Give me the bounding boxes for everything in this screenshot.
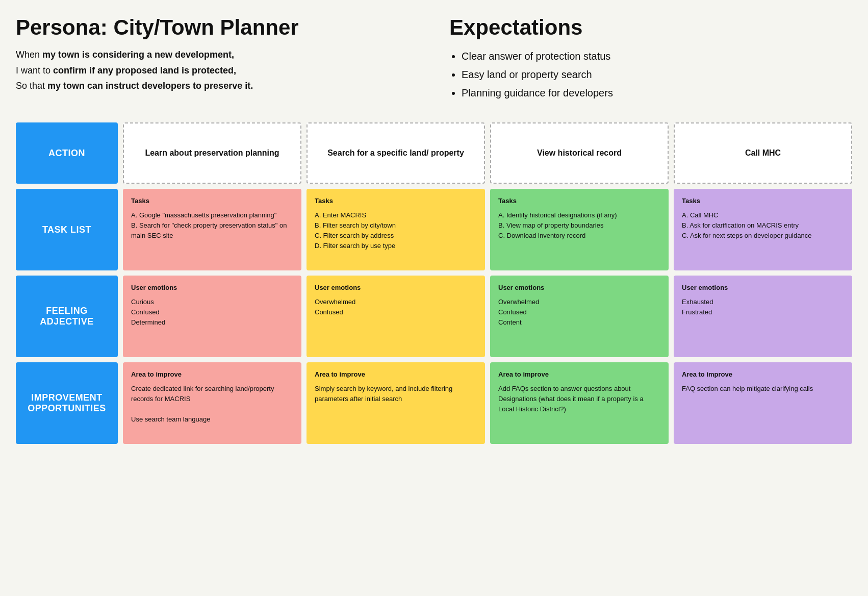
- expectation-2: Easy land or property search: [462, 65, 852, 84]
- improvement-card-2: Area to improve Simply search by keyword…: [307, 362, 485, 444]
- persona-title: Persona: City/Town Planner: [16, 15, 419, 40]
- subtitle-line2-bold: confirm if any proposed land is protecte…: [53, 65, 236, 76]
- main-grid: ACTION Learn about preservation planning…: [16, 122, 852, 444]
- action-label: ACTION: [16, 122, 118, 184]
- improvement-content-1: Create dedicated link for searching land…: [131, 384, 293, 425]
- improvement-label-4: Area to improve: [682, 369, 844, 380]
- expectation-1: Clear answer of protection status: [462, 47, 852, 65]
- emotion-content-4: Exhausted Frustrated: [682, 297, 844, 317]
- emotion-content-1: Curious Confused Determined: [131, 297, 293, 328]
- task-label-1: Tasks: [131, 196, 293, 206]
- emotion-card-3: User emotions Overwhelmed Confused Conte…: [490, 276, 669, 357]
- action-cell-1: Learn about preservation planning: [123, 122, 301, 184]
- emotion-content-3: Overwhelmed Confused Content: [498, 297, 660, 328]
- emotion-card-1: User emotions Curious Confused Determine…: [123, 276, 301, 357]
- task-card-4: Tasks A. Call MHC B. Ask for clarificati…: [674, 189, 852, 270]
- task-content-2: A. Enter MACRIS B. Filter search by city…: [315, 210, 477, 252]
- subtitle-line1-bold: my town is considering a new development…: [42, 49, 234, 60]
- task-label-4: Tasks: [682, 196, 844, 206]
- emotion-label-4: User emotions: [682, 283, 844, 293]
- persona-subtitle: When my town is considering a new develo…: [16, 47, 419, 94]
- improvement-content-3: Add FAQs section to answer questions abo…: [498, 384, 660, 414]
- action-cell-4: Call MHC: [674, 122, 852, 184]
- emotion-card-2: User emotions Overwhelmed Confused: [307, 276, 485, 357]
- action-cell-2: Search for a specific land/ property: [307, 122, 485, 184]
- header-left: Persona: City/Town Planner When my town …: [16, 15, 419, 102]
- subtitle-line3: So that my town can instruct developers …: [16, 78, 419, 94]
- expectations-title: Expectations: [449, 15, 852, 40]
- subtitle-line2: I want to confirm if any proposed land i…: [16, 63, 419, 79]
- emotion-content-2: Overwhelmed Confused: [315, 297, 477, 317]
- emotion-label-3: User emotions: [498, 283, 660, 293]
- improvement-label: IMPROVEMENT OPPORTUNITIES: [16, 362, 118, 444]
- task-card-1: Tasks A. Google "massachusetts preservat…: [123, 189, 301, 270]
- task-card-3: Tasks A. Identify historical designation…: [490, 189, 669, 270]
- improvement-card-4: Area to improve FAQ section can help mit…: [674, 362, 852, 444]
- improvement-card-1: Area to improve Create dedicated link fo…: [123, 362, 301, 444]
- expectation-3: Planning guidance for developers: [462, 84, 852, 102]
- improvement-content-2: Simply search by keyword, and include fi…: [315, 384, 477, 404]
- subtitle-line1: When my town is considering a new develo…: [16, 47, 419, 63]
- action-cell-3: View historical record: [490, 122, 669, 184]
- improvement-label-3: Area to improve: [498, 369, 660, 380]
- task-label: TASK LIST: [16, 189, 118, 270]
- task-content-3: A. Identify historical designations (if …: [498, 210, 660, 241]
- improvement-card-3: Area to improve Add FAQs section to answ…: [490, 362, 669, 444]
- task-content-1: A. Google "massachusetts preservation pl…: [131, 210, 293, 241]
- subtitle-line3-bold: my town can instruct developers to prese…: [47, 81, 253, 91]
- task-card-2: Tasks A. Enter MACRIS B. Filter search b…: [307, 189, 485, 270]
- feeling-label: FEELING ADJECTIVE: [16, 276, 118, 357]
- emotion-card-4: User emotions Exhausted Frustrated: [674, 276, 852, 357]
- improvement-content-4: FAQ section can help mitigate clarifying…: [682, 384, 844, 394]
- expectations-list: Clear answer of protection status Easy l…: [449, 47, 852, 102]
- task-label-2: Tasks: [315, 196, 477, 206]
- task-content-4: A. Call MHC B. Ask for clarification on …: [682, 210, 844, 241]
- emotion-label-2: User emotions: [315, 283, 477, 293]
- header-right: Expectations Clear answer of protection …: [419, 15, 852, 102]
- page: Persona: City/Town Planner When my town …: [16, 15, 852, 444]
- emotion-label-1: User emotions: [131, 283, 293, 293]
- header: Persona: City/Town Planner When my town …: [16, 15, 852, 102]
- improvement-label-2: Area to improve: [315, 369, 477, 380]
- task-label-3: Tasks: [498, 196, 660, 206]
- improvement-label-1: Area to improve: [131, 369, 293, 380]
